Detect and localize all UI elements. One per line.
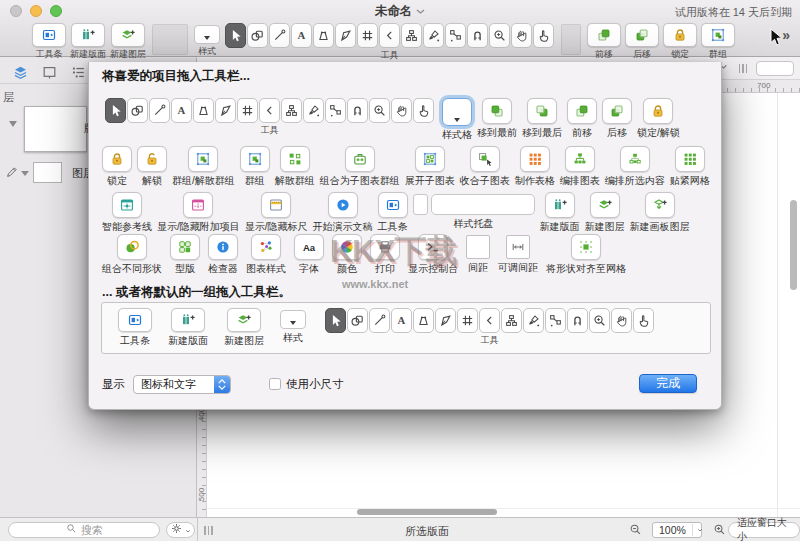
pencil-icon[interactable] (5, 165, 19, 183)
back-tool-button[interactable] (479, 308, 500, 333)
send-to-back-button[interactable] (527, 98, 557, 124)
new-canvas-button[interactable] (71, 23, 105, 47)
canvas-thumbnail[interactable] (24, 106, 87, 152)
artboard-tool-button[interactable] (457, 308, 478, 333)
artboard-tool-button[interactable] (237, 98, 258, 123)
toolbar-panel-button[interactable] (32, 23, 66, 47)
lock-button[interactable] (102, 146, 132, 172)
line-tool-button[interactable] (269, 23, 290, 48)
subgraph-group-button[interactable] (345, 146, 375, 172)
touch-tool-button[interactable] (533, 23, 554, 48)
hand-tool-button[interactable] (511, 23, 532, 48)
line-tool-button[interactable] (369, 308, 390, 333)
diagram-tool-button[interactable] (501, 308, 522, 333)
style-tray-button[interactable] (413, 194, 535, 215)
drag-handle[interactable] (739, 64, 748, 73)
zoom-tool-button[interactable] (589, 308, 610, 333)
selection-tool-button[interactable] (325, 308, 346, 333)
action-menu-button[interactable] (166, 522, 195, 538)
colors-button[interactable] (332, 234, 362, 260)
back-tool-button[interactable] (259, 98, 280, 123)
shape-tool-button[interactable] (127, 98, 148, 123)
zoom-tool-button[interactable] (369, 98, 390, 123)
bring-forward-button[interactable] (587, 23, 621, 47)
make-table-button[interactable] (520, 146, 550, 172)
connection-tool-button[interactable] (445, 23, 466, 48)
small-size-checkbox[interactable] (269, 378, 281, 390)
new-layer-button[interactable] (111, 23, 145, 47)
touch-tool-button[interactable] (413, 98, 434, 123)
stencil-button[interactable] (170, 234, 200, 260)
lock-button[interactable] (663, 23, 697, 47)
shape-tool-button[interactable] (247, 23, 268, 48)
zoom-tool-button[interactable] (489, 23, 510, 48)
show-extras-button[interactable] (183, 192, 213, 218)
lock-unlock-button[interactable] (643, 98, 673, 124)
magnet-tool-button[interactable] (347, 98, 368, 123)
fit-window-button[interactable]: 适应窗口大小 (728, 522, 800, 538)
presentation-button[interactable] (328, 192, 358, 218)
console-button[interactable] (418, 234, 448, 260)
disclosure-triangle-icon[interactable] (21, 171, 29, 176)
group-ungroup-button[interactable] (188, 146, 218, 172)
layers-tab-icon[interactable] (10, 62, 30, 82)
align-grid-button[interactable] (571, 234, 601, 260)
group-button[interactable] (701, 23, 735, 47)
zoom-level-select[interactable]: 100% (652, 522, 702, 538)
toolbar-panel-button[interactable] (378, 192, 408, 218)
collapse-subgraph-button[interactable] (470, 146, 500, 172)
toolbar-overflow-button[interactable]: » (782, 27, 796, 53)
pen-tool-button[interactable] (215, 98, 236, 123)
ungroup-button[interactable] (280, 146, 310, 172)
flex-space-button[interactable] (506, 235, 530, 259)
brush-tool-button[interactable] (423, 23, 444, 48)
text-tool-button[interactable]: A (171, 98, 192, 123)
magnet-tool-button[interactable] (467, 23, 488, 48)
pen-tool-button[interactable] (435, 308, 456, 333)
group-button[interactable] (240, 146, 270, 172)
new-canvas-button[interactable] (171, 308, 205, 332)
splitter-handle[interactable] (204, 526, 213, 535)
outline-tab-icon[interactable] (68, 62, 88, 82)
connection-tool-button[interactable] (325, 98, 346, 123)
inspector-button[interactable] (208, 234, 238, 260)
new-layer-button[interactable] (590, 192, 620, 218)
new-canvas-button[interactable] (545, 192, 575, 218)
smart-guides-button[interactable] (112, 192, 142, 218)
fonts-button[interactable]: Aa (294, 234, 324, 260)
touch-tool-button[interactable] (633, 308, 654, 333)
edit-shape-tool-button[interactable] (413, 308, 434, 333)
line-tool-button[interactable] (149, 98, 170, 123)
print-button[interactable] (370, 234, 400, 260)
style-well-button[interactable] (194, 25, 220, 44)
selection-tool-button[interactable] (105, 98, 126, 123)
layer-thumbnail[interactable] (33, 162, 62, 183)
disclosure-triangle-icon[interactable] (9, 121, 17, 127)
selection-tool-button[interactable] (225, 23, 246, 48)
show-rulers-button[interactable] (261, 192, 291, 218)
artboard-tool-button[interactable] (357, 23, 378, 48)
send-backward-button[interactable] (602, 98, 632, 124)
pen-tool-button[interactable] (335, 23, 356, 48)
text-tool-button[interactable]: A (391, 308, 412, 333)
hand-tool-button[interactable] (391, 98, 412, 123)
magnet-tool-button[interactable] (567, 308, 588, 333)
title-proxy-chevron-icon[interactable] (416, 4, 425, 18)
unlock-button[interactable] (137, 146, 167, 172)
layout-selection-button[interactable] (620, 146, 650, 172)
diagram-styles-button[interactable] (251, 234, 281, 260)
done-button[interactable]: 完成 (639, 374, 697, 393)
diagram-tool-button[interactable] (401, 23, 422, 48)
text-tool-button[interactable]: A (291, 23, 312, 48)
vertical-scrollbar[interactable] (790, 200, 797, 290)
brush-tool-button[interactable] (523, 308, 544, 333)
bring-forward-button[interactable] (567, 98, 597, 124)
back-tool-button[interactable] (379, 23, 400, 48)
zoom-out-icon[interactable] (628, 522, 643, 541)
search-input[interactable]: 搜索 (8, 522, 160, 538)
horizontal-scrollbar[interactable] (357, 509, 497, 515)
zoom-in-icon[interactable] (712, 522, 727, 541)
send-backward-button[interactable] (625, 23, 659, 47)
edit-shape-tool-button[interactable] (193, 98, 214, 123)
combine-shapes-button[interactable] (117, 234, 147, 260)
